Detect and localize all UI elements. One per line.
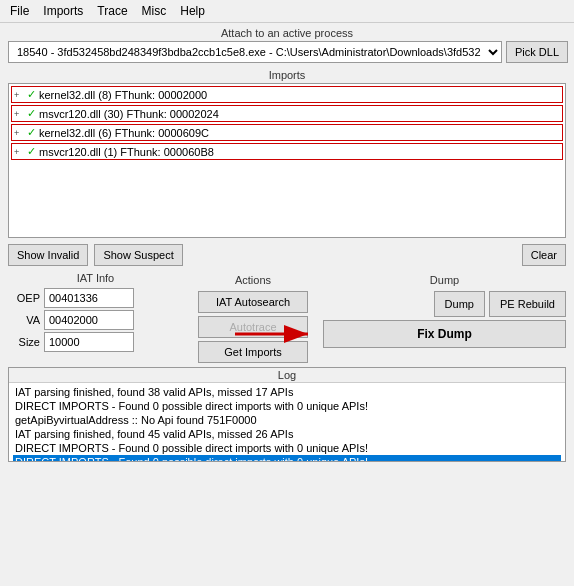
imports-list-container[interactable]: + ✓ kernel32.dll (8) FThunk: 00002000 + … <box>8 83 566 238</box>
show-invalid-button[interactable]: Show Invalid <box>8 244 88 266</box>
clear-button[interactable]: Clear <box>522 244 566 266</box>
menu-help[interactable]: Help <box>174 2 211 20</box>
autotrace-button[interactable]: Autotrace <box>198 316 308 338</box>
size-label: Size <box>8 336 40 348</box>
dump-button[interactable]: Dump <box>434 291 485 317</box>
log-section: Log IAT parsing finished, found 38 valid… <box>8 367 566 462</box>
log-entry[interactable]: DIRECT IMPORTS - Found 0 possible direct… <box>13 455 561 461</box>
attach-section: Attach to an active process 18540 - 3fd5… <box>8 27 566 65</box>
get-imports-button[interactable]: Get Imports <box>198 341 308 363</box>
pe-rebuild-button[interactable]: PE Rebuild <box>489 291 566 317</box>
expand-icon: + <box>14 109 24 119</box>
imports-list: + ✓ kernel32.dll (8) FThunk: 00002000 + … <box>11 86 563 162</box>
imports-label: Imports <box>8 69 566 81</box>
check-icon: ✓ <box>27 88 36 101</box>
check-icon: ✓ <box>27 126 36 139</box>
log-entry[interactable]: DIRECT IMPORTS - Found 0 possible direct… <box>13 441 561 455</box>
iat-info-title: IAT Info <box>8 272 183 284</box>
va-input[interactable] <box>44 310 134 330</box>
size-input[interactable] <box>44 332 134 352</box>
import-item[interactable]: + ✓ kernel32.dll (6) FThunk: 0000609C <box>11 124 563 141</box>
menu-file[interactable]: File <box>4 2 35 20</box>
menu-imports[interactable]: Imports <box>37 2 89 20</box>
expand-icon: + <box>14 90 24 100</box>
log-entry[interactable]: getApiByvirtualAddress :: No Api found 7… <box>13 413 561 427</box>
import-item[interactable]: + ✓ kernel32.dll (8) FThunk: 00002000 <box>11 86 563 103</box>
import-item[interactable]: + ✓ msvcr120.dll (1) FThunk: 000060B8 <box>11 143 563 160</box>
log-entry[interactable]: DIRECT IMPORTS - Found 0 possible direct… <box>13 399 561 413</box>
iat-autosearch-button[interactable]: IAT Autosearch <box>198 291 308 313</box>
log-entry[interactable]: IAT parsing finished, found 38 valid API… <box>13 385 561 399</box>
log-content[interactable]: IAT parsing finished, found 38 valid API… <box>9 383 565 461</box>
log-title: Log <box>9 368 565 383</box>
filter-controls: Show Invalid Show Suspect Clear <box>8 244 566 266</box>
imports-section: Imports + ✓ kernel32.dll (8) FThunk: 000… <box>8 69 566 238</box>
fix-dump-button[interactable]: Fix Dump <box>323 320 566 348</box>
expand-icon: + <box>14 147 24 157</box>
oep-input[interactable] <box>44 288 134 308</box>
oep-label: OEP <box>8 292 40 304</box>
expand-icon: + <box>14 128 24 138</box>
va-label: VA <box>8 314 40 326</box>
iat-info-col: IAT Info OEP VA Size <box>8 272 183 363</box>
pick-dll-button[interactable]: Pick DLL <box>506 41 568 63</box>
dump-col: Dump Dump PE Rebuild Fix Dump <box>323 272 566 363</box>
import-text: msvcr120.dll (1) FThunk: 000060B8 <box>39 146 214 158</box>
menu-bar: File Imports Trace Misc Help <box>0 0 574 23</box>
menu-trace[interactable]: Trace <box>91 2 133 20</box>
import-text: kernel32.dll (8) FThunk: 00002000 <box>39 89 207 101</box>
middle-section: IAT Info OEP VA Size Actions IAT Autosea… <box>8 272 566 363</box>
import-text: kernel32.dll (6) FThunk: 0000609C <box>39 127 209 139</box>
show-suspect-button[interactable]: Show Suspect <box>94 244 182 266</box>
import-text: msvcr120.dll (30) FThunk: 00002024 <box>39 108 219 120</box>
check-icon: ✓ <box>27 107 36 120</box>
attach-label: Attach to an active process <box>8 27 566 39</box>
dump-title: Dump <box>323 274 566 286</box>
actions-title: Actions <box>235 274 271 286</box>
menu-misc[interactable]: Misc <box>136 2 173 20</box>
process-select[interactable]: 18540 - 3fd532458bd248349f3bdba2ccb1c5e8… <box>8 41 502 63</box>
import-item[interactable]: + ✓ msvcr120.dll (30) FThunk: 00002024 <box>11 105 563 122</box>
actions-col: Actions IAT Autosearch Autotrace Get Imp… <box>183 272 323 363</box>
check-icon: ✓ <box>27 145 36 158</box>
log-entry[interactable]: IAT parsing finished, found 45 valid API… <box>13 427 561 441</box>
